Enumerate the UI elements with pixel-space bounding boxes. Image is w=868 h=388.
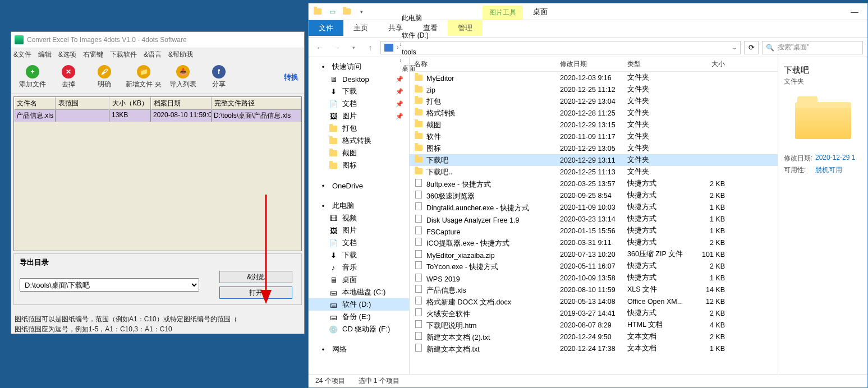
- header-type[interactable]: 类型: [623, 59, 690, 69]
- export-dir-select[interactable]: D:\tools\桌面\下载吧: [20, 278, 199, 292]
- nav-back-button[interactable]: ←: [313, 41, 327, 54]
- file-row[interactable]: 产品信息.xls2020-08-10 11:59XLS 文件14 KB: [410, 284, 778, 295]
- clear-button[interactable]: 🖌明确: [86, 62, 122, 93]
- breadcrumb-item[interactable]: 软件 (D:): [399, 31, 430, 40]
- convert-button[interactable]: 转换: [284, 72, 301, 82]
- qat-dropdown-icon[interactable]: ▾: [355, 5, 368, 19]
- breadcrumb[interactable]: › 此电脑›软件 (D:)›tools›桌面› ⌄: [380, 41, 741, 54]
- add-folder-button[interactable]: 📁新增文件 夹: [122, 62, 165, 93]
- nav-item[interactable]: 打包: [309, 122, 409, 135]
- file-row[interactable]: WPS 20192020-10-09 13:58快捷方式1 KB: [410, 272, 778, 284]
- download-icon: ⬇: [329, 87, 338, 96]
- col-filename[interactable]: 文件名: [14, 97, 56, 110]
- chevron-right-icon[interactable]: ›: [397, 44, 398, 50]
- file-row[interactable]: 新建文本文档.txt2020-12-24 17:38文本文档1 KB: [410, 343, 778, 354]
- nav-up-button[interactable]: ↑: [364, 41, 377, 54]
- col-size[interactable]: 大小（KB）: [109, 97, 151, 110]
- app-toolbar: +添加文件 ✕去掉 🖌明确 📁新增文件 夹 📥导入列表 f分享 转换: [11, 61, 304, 94]
- nav-item[interactable]: 📄文档📌: [309, 98, 409, 110]
- nav-forward-button[interactable]: →: [330, 41, 343, 54]
- file-row[interactable]: DingtalkLauncher.exe - 快捷方式2020-11-09 10…: [410, 201, 778, 213]
- file-row[interactable]: 下载吧说明.htm2020-08-07 8:29HTML 文档4 KB: [410, 319, 778, 331]
- file-row[interactable]: 格式新建 DOCX 文档.docx2020-05-13 14:08Office …: [410, 295, 778, 307]
- menu-item[interactable]: &选项: [58, 50, 76, 59]
- file-row[interactable]: 图标2020-12-29 13:05文件夹: [410, 142, 778, 154]
- col-date[interactable]: 档案日期: [151, 97, 212, 110]
- file-row[interactable]: 360极速浏览器2020-09-25 8:54快捷方式2 KB: [410, 190, 778, 201]
- add-file-button[interactable]: +添加文件: [15, 62, 50, 93]
- app-titlebar[interactable]: Convert Excel To Images 4dots V1.0 - 4do…: [11, 32, 304, 48]
- nav-item[interactable]: 格式转换: [309, 135, 409, 147]
- browse-button[interactable]: &浏览: [219, 271, 292, 283]
- open-button[interactable]: 打开: [219, 287, 292, 299]
- file-row[interactable]: zip2020-12-25 11:12文件夹: [410, 84, 778, 95]
- nav-item[interactable]: ⬇下载: [309, 249, 409, 261]
- nav-item[interactable]: 截图: [309, 147, 409, 159]
- nav-item[interactable]: 🖴备份 (E:): [309, 311, 409, 323]
- qat-folder-icon[interactable]: [340, 5, 353, 19]
- nav-item[interactable]: 图标: [309, 159, 409, 172]
- nav-item[interactable]: 📄文档: [309, 237, 409, 249]
- nav-item[interactable]: 🖥桌面: [309, 274, 409, 286]
- nav-item[interactable]: 🖴本地磁盘 (C:): [309, 286, 409, 298]
- file-row[interactable]: 下载吧..2020-12-25 11:13文件夹: [410, 166, 778, 178]
- header-size[interactable]: 大小: [690, 59, 729, 69]
- breadcrumb-dropdown-icon[interactable]: ⌄: [732, 44, 737, 50]
- file-row[interactable]: 软件2020-11-09 11:17文件夹: [410, 131, 778, 142]
- explorer-titlebar[interactable]: ▭ ▾ 图片工具 桌面 —: [309, 3, 867, 20]
- nav-item[interactable]: 🎞视频: [309, 212, 409, 224]
- file-row[interactable]: MyEditor2020-12-03 9:16文件夹: [410, 72, 778, 84]
- minimize-button[interactable]: —: [842, 3, 867, 20]
- col-range[interactable]: 表范围: [56, 97, 109, 110]
- nav-recent-button[interactable]: ▾: [347, 41, 360, 54]
- menu-item[interactable]: 右窗键: [83, 50, 103, 59]
- menu-item[interactable]: 编辑: [38, 50, 52, 59]
- menu-item[interactable]: &语言: [144, 50, 162, 59]
- breadcrumb-item[interactable]: 此电脑: [399, 13, 430, 23]
- file-row[interactable]: ICO提取器.exe - 快捷方式2020-03-31 9:11快捷方式2 KB: [410, 237, 778, 248]
- chevron-right-icon[interactable]: ›: [399, 24, 401, 30]
- nav-item[interactable]: 🖥Desktop📌: [309, 73, 409, 85]
- file-row[interactable]: 下载吧2020-12-29 13:11文件夹: [410, 154, 778, 166]
- menu-item[interactable]: &帮助我: [168, 50, 193, 59]
- nav-item[interactable]: 🖼图片📌: [309, 110, 409, 122]
- nav-item[interactable]: •快速访问: [309, 61, 409, 73]
- nav-item[interactable]: 🖴软件 (D:): [309, 298, 409, 311]
- ribbon-tab-manage[interactable]: 管理: [448, 20, 483, 36]
- file-row[interactable]: ToYcon.exe - 快捷方式2020-05-11 16:07快捷方式2 K…: [410, 260, 778, 272]
- header-name[interactable]: 名称: [410, 59, 555, 69]
- ribbon-tab-file[interactable]: 文件: [309, 20, 343, 36]
- nav-item[interactable]: 💿CD 驱动器 (F:): [309, 323, 409, 335]
- menu-item[interactable]: 下载软件: [110, 50, 137, 59]
- breadcrumb-pc-icon[interactable]: [382, 44, 396, 52]
- refresh-button[interactable]: ⟳: [744, 41, 759, 54]
- file-row[interactable]: FSCapture2020-01-15 15:56快捷方式1 KB: [410, 225, 778, 237]
- file-row[interactable]: 8uftp.exe - 快捷方式2020-03-25 13:57快捷方式2 KB: [410, 178, 778, 190]
- nav-item[interactable]: •网络: [309, 343, 409, 355]
- file-row[interactable]: MyEditor_xiazaiba.zip2020-07-13 10:20360…: [410, 248, 778, 260]
- nav-item[interactable]: ⬇下载📌: [309, 85, 409, 98]
- desktop-icon: 🖥: [329, 75, 338, 84]
- search-input[interactable]: 🔍 搜索"桌面": [762, 41, 863, 54]
- qat-pin-icon[interactable]: ▭: [325, 5, 339, 19]
- file-row[interactable]: 格式转换2020-12-28 11:25文件夹: [410, 107, 778, 119]
- nav-item[interactable]: •OneDrive: [309, 179, 409, 192]
- file-row[interactable]: 打包2020-12-29 13:04文件夹: [410, 95, 778, 107]
- chevron-right-icon[interactable]: ›: [399, 41, 401, 48]
- nav-item[interactable]: 🖼图片: [309, 224, 409, 237]
- file-row[interactable]: 新建文本文档 (2).txt2020-12-24 9:50文本文档2 KB: [410, 331, 778, 343]
- share-button[interactable]: f分享: [201, 62, 237, 93]
- breadcrumb-item[interactable]: tools: [399, 48, 430, 56]
- menu-item[interactable]: &文件: [13, 50, 31, 59]
- file-row[interactable]: 火绒安全软件2019-03-27 14:41快捷方式2 KB: [410, 307, 778, 319]
- table-row[interactable]: 产品信息.xls13KB2020-08-10 11:59:07D:\tools\…: [14, 110, 301, 122]
- col-path[interactable]: 完整文件路径: [212, 97, 301, 110]
- file-row[interactable]: Disk Usage Analyzer Free 1.92020-03-23 1…: [410, 213, 778, 225]
- remove-button[interactable]: ✕去掉: [50, 62, 86, 93]
- import-list-button[interactable]: 📥导入列表: [165, 62, 201, 93]
- file-row[interactable]: 截图2020-12-29 13:15文件夹: [410, 119, 778, 131]
- nav-item[interactable]: ♪音乐: [309, 261, 409, 274]
- header-date[interactable]: 修改日期: [555, 59, 623, 69]
- ribbon-tab-home[interactable]: 主页: [343, 20, 378, 36]
- nav-item[interactable]: •此电脑: [309, 200, 409, 212]
